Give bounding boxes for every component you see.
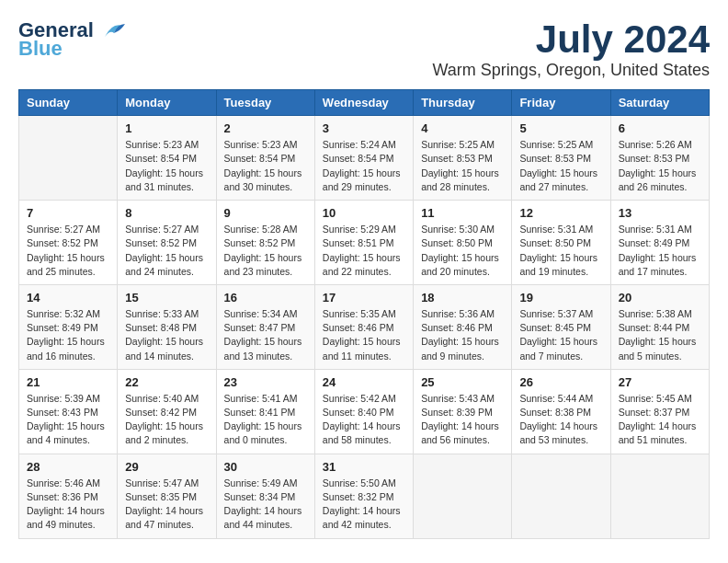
day-info: Sunrise: 5:27 AM Sunset: 8:52 PM Dayligh… <box>125 223 208 279</box>
calendar-cell: 9Sunrise: 5:28 AM Sunset: 8:52 PM Daylig… <box>216 201 314 285</box>
day-number: 6 <box>619 121 701 135</box>
day-number: 19 <box>519 291 602 304</box>
calendar-week-row: 14Sunrise: 5:32 AM Sunset: 8:49 PM Dayli… <box>19 284 710 369</box>
day-info: Sunrise: 5:40 AM Sunset: 8:42 PM Dayligh… <box>125 392 208 448</box>
calendar-cell: 13Sunrise: 5:31 AM Sunset: 8:49 PM Dayli… <box>610 201 709 285</box>
weekday-header-friday: Friday <box>512 90 610 116</box>
day-number: 8 <box>125 206 208 220</box>
calendar-cell: 31Sunrise: 5:50 AM Sunset: 8:32 PM Dayli… <box>314 454 413 538</box>
day-info: Sunrise: 5:47 AM Sunset: 8:35 PM Dayligh… <box>125 477 208 533</box>
calendar-week-row: 7Sunrise: 5:27 AM Sunset: 8:52 PM Daylig… <box>19 201 710 285</box>
calendar-week-row: 28Sunrise: 5:46 AM Sunset: 8:36 PM Dayli… <box>19 454 710 538</box>
day-info: Sunrise: 5:32 AM Sunset: 8:49 PM Dayligh… <box>27 307 109 363</box>
day-number: 26 <box>519 375 602 389</box>
calendar-cell: 14Sunrise: 5:32 AM Sunset: 8:49 PM Dayli… <box>19 284 118 369</box>
calendar-cell <box>414 454 512 538</box>
location-subtitle: Warm Springs, Oregon, United States <box>433 61 710 80</box>
day-info: Sunrise: 5:23 AM Sunset: 8:54 PM Dayligh… <box>224 138 307 194</box>
day-info: Sunrise: 5:25 AM Sunset: 8:53 PM Dayligh… <box>519 138 602 194</box>
day-number: 10 <box>323 206 405 220</box>
calendar-cell: 22Sunrise: 5:40 AM Sunset: 8:42 PM Dayli… <box>118 369 216 454</box>
day-number: 30 <box>224 460 307 474</box>
calendar-week-row: 21Sunrise: 5:39 AM Sunset: 8:43 PM Dayli… <box>19 369 710 454</box>
calendar-cell: 25Sunrise: 5:43 AM Sunset: 8:39 PM Dayli… <box>414 369 512 454</box>
calendar-cell: 11Sunrise: 5:30 AM Sunset: 8:50 PM Dayli… <box>414 201 512 285</box>
calendar-cell: 12Sunrise: 5:31 AM Sunset: 8:50 PM Dayli… <box>512 201 610 285</box>
day-info: Sunrise: 5:46 AM Sunset: 8:36 PM Dayligh… <box>27 477 109 533</box>
day-info: Sunrise: 5:37 AM Sunset: 8:45 PM Dayligh… <box>519 307 602 363</box>
day-number: 3 <box>323 121 405 135</box>
day-info: Sunrise: 5:24 AM Sunset: 8:54 PM Dayligh… <box>323 138 405 194</box>
logo: General Blue <box>18 18 127 61</box>
day-info: Sunrise: 5:23 AM Sunset: 8:54 PM Dayligh… <box>125 138 208 194</box>
day-number: 18 <box>421 291 504 304</box>
day-info: Sunrise: 5:49 AM Sunset: 8:34 PM Dayligh… <box>224 477 307 533</box>
calendar-cell: 21Sunrise: 5:39 AM Sunset: 8:43 PM Dayli… <box>19 369 118 454</box>
month-title: July 2024 <box>433 18 710 61</box>
calendar-cell: 2Sunrise: 5:23 AM Sunset: 8:54 PM Daylig… <box>216 116 314 201</box>
calendar-cell: 29Sunrise: 5:47 AM Sunset: 8:35 PM Dayli… <box>118 454 216 538</box>
calendar-cell: 6Sunrise: 5:26 AM Sunset: 8:53 PM Daylig… <box>610 116 709 201</box>
day-number: 13 <box>619 206 701 220</box>
weekday-header-thursday: Thursday <box>414 90 512 116</box>
day-info: Sunrise: 5:39 AM Sunset: 8:43 PM Dayligh… <box>27 392 109 448</box>
day-info: Sunrise: 5:29 AM Sunset: 8:51 PM Dayligh… <box>323 223 405 279</box>
calendar-cell: 24Sunrise: 5:42 AM Sunset: 8:40 PM Dayli… <box>314 369 413 454</box>
calendar-cell <box>610 454 709 538</box>
day-info: Sunrise: 5:41 AM Sunset: 8:41 PM Dayligh… <box>224 392 307 448</box>
day-number: 7 <box>27 206 109 220</box>
weekday-header-row: SundayMondayTuesdayWednesdayThursdayFrid… <box>19 90 710 116</box>
day-number: 22 <box>125 375 208 389</box>
day-info: Sunrise: 5:33 AM Sunset: 8:48 PM Dayligh… <box>125 307 208 363</box>
day-number: 9 <box>224 206 307 220</box>
calendar-cell: 1Sunrise: 5:23 AM Sunset: 8:54 PM Daylig… <box>118 116 216 201</box>
calendar-cell: 27Sunrise: 5:45 AM Sunset: 8:37 PM Dayli… <box>610 369 709 454</box>
day-info: Sunrise: 5:31 AM Sunset: 8:50 PM Dayligh… <box>519 223 602 279</box>
calendar-cell: 28Sunrise: 5:46 AM Sunset: 8:36 PM Dayli… <box>19 454 118 538</box>
calendar-cell: 30Sunrise: 5:49 AM Sunset: 8:34 PM Dayli… <box>216 454 314 538</box>
day-number: 27 <box>619 375 701 389</box>
title-section: July 2024 Warm Springs, Oregon, United S… <box>433 18 710 80</box>
day-number: 25 <box>421 375 504 389</box>
day-info: Sunrise: 5:25 AM Sunset: 8:53 PM Dayligh… <box>421 138 504 194</box>
day-number: 12 <box>519 206 602 220</box>
day-number: 14 <box>27 291 109 304</box>
day-info: Sunrise: 5:45 AM Sunset: 8:37 PM Dayligh… <box>619 392 701 448</box>
day-info: Sunrise: 5:36 AM Sunset: 8:46 PM Dayligh… <box>421 307 504 363</box>
day-info: Sunrise: 5:31 AM Sunset: 8:49 PM Dayligh… <box>619 223 701 279</box>
day-info: Sunrise: 5:42 AM Sunset: 8:40 PM Dayligh… <box>323 392 405 448</box>
calendar-cell: 5Sunrise: 5:25 AM Sunset: 8:53 PM Daylig… <box>512 116 610 201</box>
day-number: 24 <box>323 375 405 389</box>
day-number: 21 <box>27 375 109 389</box>
day-number: 29 <box>125 460 208 474</box>
weekday-header-saturday: Saturday <box>610 90 709 116</box>
day-number: 1 <box>125 121 208 135</box>
calendar-cell: 15Sunrise: 5:33 AM Sunset: 8:48 PM Dayli… <box>118 284 216 369</box>
calendar-cell: 8Sunrise: 5:27 AM Sunset: 8:52 PM Daylig… <box>118 201 216 285</box>
logo-bird-icon <box>97 20 127 40</box>
day-number: 31 <box>323 460 405 474</box>
calendar-cell: 23Sunrise: 5:41 AM Sunset: 8:41 PM Dayli… <box>216 369 314 454</box>
calendar-cell: 19Sunrise: 5:37 AM Sunset: 8:45 PM Dayli… <box>512 284 610 369</box>
day-number: 23 <box>224 375 307 389</box>
day-info: Sunrise: 5:43 AM Sunset: 8:39 PM Dayligh… <box>421 392 504 448</box>
day-info: Sunrise: 5:35 AM Sunset: 8:46 PM Dayligh… <box>323 307 405 363</box>
day-number: 4 <box>421 121 504 135</box>
day-info: Sunrise: 5:28 AM Sunset: 8:52 PM Dayligh… <box>224 223 307 279</box>
day-info: Sunrise: 5:27 AM Sunset: 8:52 PM Dayligh… <box>27 223 109 279</box>
day-number: 15 <box>125 291 208 304</box>
day-number: 5 <box>519 121 602 135</box>
calendar-table: SundayMondayTuesdayWednesdayThursdayFrid… <box>18 89 710 538</box>
calendar-cell: 20Sunrise: 5:38 AM Sunset: 8:44 PM Dayli… <box>610 284 709 369</box>
weekday-header-tuesday: Tuesday <box>216 90 314 116</box>
calendar-cell: 7Sunrise: 5:27 AM Sunset: 8:52 PM Daylig… <box>19 201 118 285</box>
day-info: Sunrise: 5:44 AM Sunset: 8:38 PM Dayligh… <box>519 392 602 448</box>
calendar-cell: 10Sunrise: 5:29 AM Sunset: 8:51 PM Dayli… <box>314 201 413 285</box>
day-number: 11 <box>421 206 504 220</box>
calendar-cell <box>512 454 610 538</box>
day-number: 16 <box>224 291 307 304</box>
day-number: 28 <box>27 460 109 474</box>
calendar-cell <box>19 116 118 201</box>
calendar-week-row: 1Sunrise: 5:23 AM Sunset: 8:54 PM Daylig… <box>19 116 710 201</box>
day-number: 17 <box>323 291 405 304</box>
